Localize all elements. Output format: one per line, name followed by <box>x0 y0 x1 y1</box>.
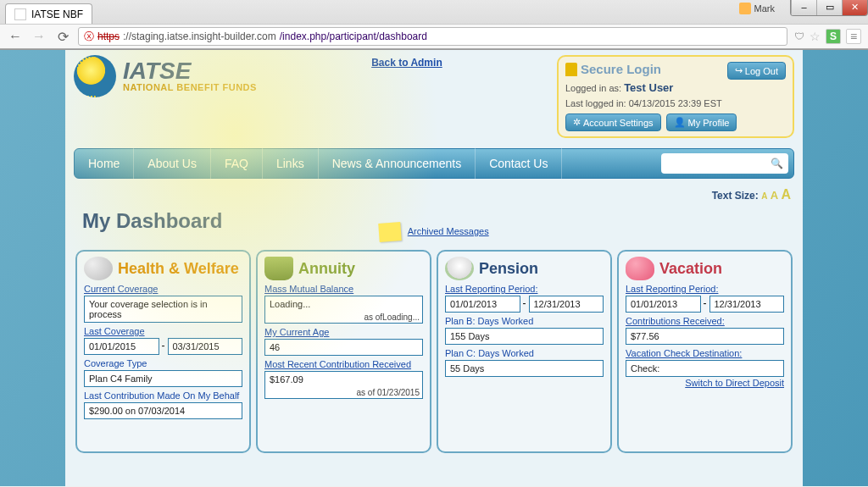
logo[interactable]: IATSE NATIONAL BENEFIT FUNDS <box>74 55 257 97</box>
va-dest-label[interactable]: Vacation Check Destination: <box>626 348 784 358</box>
va-title: Vacation <box>659 260 722 278</box>
sticky-note-icon <box>379 222 402 242</box>
reload-button[interactable]: ⟳ <box>54 28 71 45</box>
url-input[interactable]: ⓧ https ://staging.iatse.insight-builder… <box>78 27 787 46</box>
person-icon: 👤 <box>674 117 686 128</box>
account-settings-button[interactable]: ✲ Account Settings <box>565 113 661 131</box>
avatar-icon <box>739 3 751 14</box>
last-login-value: 04/13/2015 23:39 EST <box>629 98 722 108</box>
extension-icon[interactable]: S <box>826 29 841 44</box>
card-head-an: Annuity <box>264 257 423 280</box>
va-switch-wrap: Switch to Direct Deposit <box>626 377 784 389</box>
va-contrib-label[interactable]: Contributions Received: <box>626 316 784 326</box>
nav-about[interactable]: About Us <box>134 148 211 179</box>
tab-bar: IATSE NBF Mark – ▭ ✕ <box>0 0 868 24</box>
minimize-button[interactable]: – <box>791 0 816 15</box>
hw-coverage-type-label[interactable]: Coverage Type <box>84 358 242 368</box>
tab-title: IATSE NBF <box>31 8 83 20</box>
pe-planc-label[interactable]: Plan C: Days Worked <box>445 348 604 358</box>
shield-icon[interactable]: 🛡 <box>794 30 804 42</box>
logged-in-user: Test User <box>624 81 673 94</box>
url-host: ://staging.iatse.insight-builder.com <box>123 30 276 42</box>
an-mmb-label[interactable]: Mass Mutual Balance <box>264 284 423 294</box>
browser-profile[interactable]: Mark <box>739 3 775 14</box>
stethoscope-icon <box>84 257 113 280</box>
hw-last-sep: - <box>162 340 165 351</box>
login-buttons: ✲ Account Settings 👤 My Profile <box>565 113 786 131</box>
pe-lrp-to: 12/31/2013 <box>529 296 604 313</box>
page-viewport: IATSE NATIONAL BENEFIT FUNDS Back to Adm… <box>0 50 868 486</box>
card-annuity: Annuity Mass Mutual Balance Loading... a… <box>256 250 431 453</box>
piggy-bank-icon <box>626 257 654 280</box>
login-info: Logged in as: Test User Last logged in: … <box>565 80 786 110</box>
address-bar: ← → ⟳ ⓧ https ://staging.iatse.insight-b… <box>0 24 868 49</box>
text-size-large[interactable]: A <box>781 187 791 202</box>
an-recent-label[interactable]: Most Recent Contribution Received <box>264 359 423 369</box>
pe-lrp-from: 01/01/2013 <box>445 296 520 313</box>
hw-coverage-type-value: Plan C4 Family <box>84 370 242 387</box>
an-mmb-asof: as ofLoading... <box>264 312 423 324</box>
text-size-label: Text Size: <box>712 190 759 202</box>
my-profile-label: My Profile <box>688 118 730 128</box>
pe-lrp-range: 01/01/2013 - 12/31/2013 <box>445 294 604 313</box>
nav-faq[interactable]: FAQ <box>211 148 263 179</box>
pe-lrp-label[interactable]: Last Reporting Period: <box>445 284 604 294</box>
menu-icon[interactable]: ≡ <box>846 29 861 44</box>
nav-news[interactable]: News & Announcements <box>319 148 476 179</box>
archived-messages-link[interactable]: Archived Messages <box>408 226 489 236</box>
logo-text: IATSE <box>123 60 257 81</box>
lock-icon <box>565 63 577 76</box>
hw-title: Health & Welfare <box>118 260 239 278</box>
an-age-label[interactable]: My Current Age <box>264 327 423 337</box>
va-lrp-label[interactable]: Last Reporting Period: <box>626 284 784 294</box>
pe-planc-value: 55 Days <box>445 360 604 377</box>
card-head-va: Vacation <box>626 257 784 280</box>
va-lrp-to: 12/31/2013 <box>709 296 785 313</box>
pe-lrp-sep: - <box>523 297 526 309</box>
maximize-button[interactable]: ▭ <box>816 0 842 15</box>
an-title: Annuity <box>298 260 355 278</box>
switch-direct-deposit-link[interactable]: Switch to Direct Deposit <box>685 378 784 388</box>
logo-icon <box>74 55 116 97</box>
va-lrp-sep: - <box>704 297 707 309</box>
nav-contact[interactable]: Contact Us <box>476 148 562 179</box>
header-row: IATSE NATIONAL BENEFIT FUNDS Back to Adm… <box>74 50 794 143</box>
bookmark-icon[interactable]: ☆ <box>810 30 821 43</box>
hw-last-contrib-label[interactable]: Last Contribution Made On My Behalf <box>84 390 242 401</box>
an-recent-asof: as of 01/23/2015 <box>264 387 423 399</box>
my-profile-button[interactable]: 👤 My Profile <box>666 113 737 131</box>
logo-text-wrap: IATSE NATIONAL BENEFIT FUNDS <box>123 60 257 91</box>
pe-planb-label[interactable]: Plan B: Days Worked <box>445 316 604 326</box>
logo-subtext: NATIONAL BENEFIT FUNDS <box>123 82 257 92</box>
card-head-hw: Health & Welfare <box>84 257 242 280</box>
hw-current-coverage-value: Your coverage selection is in process <box>84 296 242 323</box>
ssl-warning-icon: ⓧ <box>84 30 94 44</box>
card-pension: Pension Last Reporting Period: 01/01/201… <box>437 250 612 453</box>
dashboard-cards: Health & Welfare Current Coverage Your c… <box>75 250 793 453</box>
window-controls: – ▭ ✕ <box>790 0 868 16</box>
nav-home[interactable]: Home <box>75 148 134 179</box>
browser-tab[interactable]: IATSE NBF <box>5 3 92 24</box>
logout-button[interactable]: ↪ Log Out <box>727 62 786 80</box>
hw-last-coverage-range: 01/01/2015 - 03/31/2015 <box>84 336 242 355</box>
toolbar-icons: 🛡 ☆ S ≡ <box>794 29 861 44</box>
text-size-control: Text Size: A A A <box>74 187 791 202</box>
card-health-welfare: Health & Welfare Current Coverage Your c… <box>75 250 251 453</box>
back-to-admin-link[interactable]: Back to Admin <box>257 55 557 69</box>
an-mmb-value: Loading... <box>264 296 423 313</box>
hw-current-coverage-label[interactable]: Current Coverage <box>84 284 242 294</box>
forward-button[interactable]: → <box>31 28 47 45</box>
nav-links[interactable]: Links <box>263 148 319 179</box>
hw-last-coverage-label[interactable]: Last Coverage <box>84 326 242 336</box>
hw-last-to: 03/31/2015 <box>168 338 243 355</box>
close-button[interactable]: ✕ <box>842 0 867 15</box>
nav-search-input[interactable]: 🔍 <box>661 153 788 174</box>
text-size-small[interactable]: A <box>761 191 767 201</box>
url-protocol: https <box>97 30 120 42</box>
account-settings-label: Account Settings <box>583 118 654 128</box>
text-size-medium[interactable]: A <box>771 189 778 202</box>
back-button[interactable]: ← <box>7 28 24 45</box>
profile-name: Mark <box>754 3 775 14</box>
favicon-icon <box>14 8 26 20</box>
logged-in-as-label: Logged in as: <box>565 83 621 93</box>
